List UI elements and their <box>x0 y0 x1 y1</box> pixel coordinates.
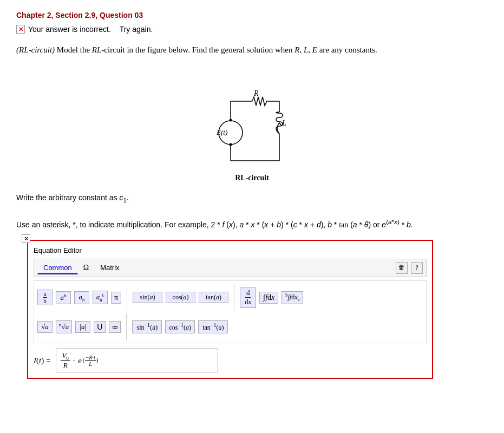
equation-editor-title: Equation Editor <box>34 246 427 254</box>
answer-math-display: V0 R · e(−R·tL) <box>61 351 98 370</box>
pi-button[interactable]: π <box>111 292 121 304</box>
problem-intro: (RL-circuit) <box>16 45 55 54</box>
svg-point-10 <box>229 119 232 122</box>
retry-text: Try again. <box>120 25 153 34</box>
sin-button[interactable]: sin(a) <box>133 292 162 303</box>
subsuperscript-button[interactable]: anc <box>93 291 108 304</box>
superscript-button[interactable]: ab <box>56 291 71 304</box>
fraction-button[interactable]: a b <box>37 290 53 305</box>
tan-button[interactable]: tan(a) <box>199 292 228 303</box>
svg-text:E(t): E(t) <box>216 128 227 136</box>
separator1 <box>127 284 127 311</box>
arcsin-button[interactable]: sin−1(a) <box>132 320 162 333</box>
incorrect-icon: ✕ <box>16 25 25 34</box>
chapter-heading: Chapter 2, Section 2.9, Question 03 <box>16 11 488 19</box>
abs-button[interactable]: |a| <box>75 321 90 333</box>
equation-editor: ✕ Equation Editor Common Ω Matrix 🗑 ? a … <box>27 240 433 379</box>
equation-editor-buttons: a b ab an anc π sin(a) cos(a) tan(a) d d… <box>34 280 427 344</box>
tab-omega[interactable]: Ω <box>78 262 94 274</box>
close-editor-button[interactable]: ✕ <box>22 234 30 243</box>
buttons-row1: a b ab an anc π sin(a) cos(a) tan(a) d d… <box>37 284 423 311</box>
answer-input-box[interactable]: V0 R · e(−R·tL) <box>56 349 218 373</box>
frac-v0-r: V0 R <box>61 351 70 370</box>
answer-row: I(t) = V0 R · e(−R·tL) <box>34 349 427 373</box>
sqrt-button[interactable]: √a <box>37 321 53 333</box>
answer-label: I(t) = <box>34 356 50 365</box>
tab-common[interactable]: Common <box>37 261 78 274</box>
asterisk-instruction: Use an asterisk, *, to indicate multipli… <box>16 217 488 231</box>
tab-matrix[interactable]: Matrix <box>94 261 125 274</box>
toolbar-icons: 🗑 ? <box>396 262 423 274</box>
svg-text:R: R <box>253 89 259 97</box>
svg-text:L: L <box>282 119 286 127</box>
incorrect-notice: ✕ Your answer is incorrect. Try again. <box>16 25 488 34</box>
trash-button[interactable]: 🗑 <box>396 262 408 274</box>
nth-root-button[interactable]: n√a <box>56 320 72 333</box>
indefinite-integral-button[interactable]: ∫fdx <box>259 292 278 304</box>
cos-button[interactable]: cos(a) <box>166 292 195 303</box>
constant-instruction: Write the arbitrary constant as c1. <box>16 193 488 204</box>
separator3 <box>126 313 127 340</box>
definite-integral-button[interactable]: b∫fdxa <box>282 291 303 304</box>
equation-editor-toolbar: Common Ω Matrix 🗑 ? <box>34 259 427 277</box>
svg-point-11 <box>229 143 232 146</box>
subscript-button[interactable]: an <box>74 291 89 304</box>
separator2 <box>234 284 234 311</box>
help-button[interactable]: ? <box>411 262 423 274</box>
arccos-button[interactable]: cos−1(a) <box>165 320 195 333</box>
infinity-button[interactable]: ∞ <box>109 321 121 333</box>
derivative-button[interactable]: d dx <box>240 287 256 308</box>
arctan-button[interactable]: tan−1(a) <box>198 320 228 333</box>
problem-description: (RL-circuit) Model the RL-circuit in the… <box>16 43 488 56</box>
circuit-label: RL-circuit <box>193 174 312 182</box>
circuit-diagram-area: R E(t) L RL-circuit <box>16 66 488 182</box>
buttons-row2: √a n√a |a| U ∞ sin−1(a) cos−1(a) tan−1(a… <box>37 313 423 340</box>
circuit-svg: R E(t) L <box>193 66 312 174</box>
incorrect-text: Your answer is incorrect. <box>28 25 111 34</box>
union-button[interactable]: U <box>94 321 106 333</box>
